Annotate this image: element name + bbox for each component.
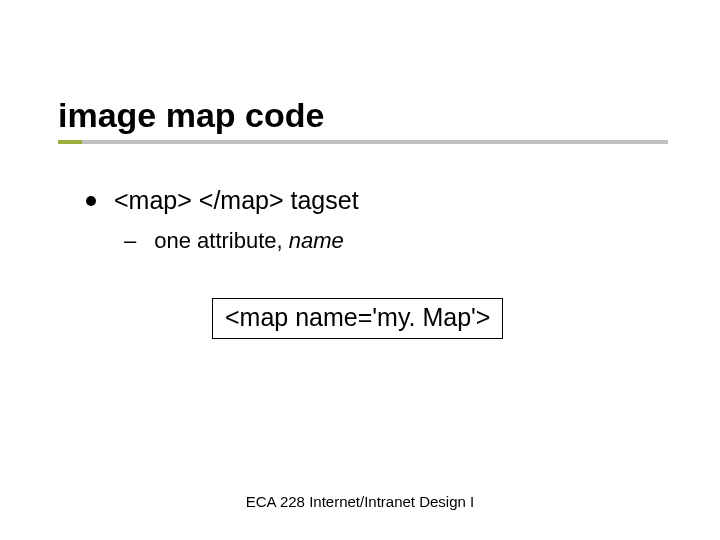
bullet-text: <map> </map> tagset	[114, 186, 359, 215]
code-box: <map name='my. Map'>	[212, 298, 503, 339]
title-underline	[58, 140, 668, 144]
slide-footer: ECA 228 Internet/Intranet Design I	[0, 493, 720, 510]
bullet-dot-icon	[86, 196, 96, 206]
sub-bullet-italic: name	[289, 228, 344, 253]
underline-accent	[58, 140, 82, 144]
code-text: <map name='my. Map'>	[225, 303, 490, 331]
sub-bullet-item: – one attribute, name	[124, 228, 344, 254]
sub-bullet-text: one attribute, name	[154, 228, 344, 254]
bullet-item: <map> </map> tagset	[86, 186, 359, 215]
slide-title: image map code	[58, 96, 324, 135]
sub-bullet-prefix: one attribute,	[154, 228, 289, 253]
underline-gray	[58, 140, 668, 144]
dash-icon: –	[124, 228, 136, 254]
